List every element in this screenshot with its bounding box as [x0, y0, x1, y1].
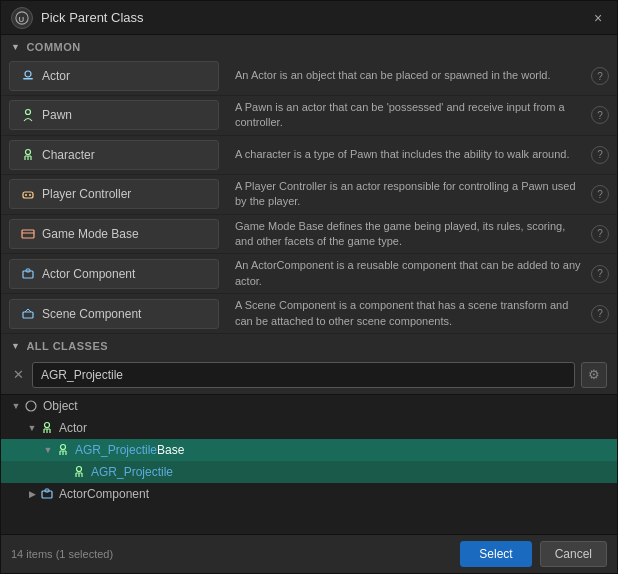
svg-point-15	[26, 401, 36, 411]
actor-help-icon[interactable]: ?	[591, 67, 609, 85]
actor-button[interactable]: Actor	[9, 61, 219, 91]
highlight-agr-projectile-2: AGR_Projectile	[91, 465, 173, 479]
scene-component-icon	[20, 306, 36, 322]
actor-component-icon	[20, 266, 36, 282]
pawn-button[interactable]: Pawn	[9, 100, 219, 130]
svg-point-5	[26, 149, 31, 154]
player-controller-description: A Player Controller is an actor responsi…	[227, 175, 591, 214]
class-tree[interactable]: ▼ Object ▼ Actor ▼	[1, 394, 617, 534]
list-item: Actor Component An ActorComponent is a r…	[1, 254, 617, 294]
actor-description: An Actor is an object that can be placed…	[227, 64, 591, 87]
game-mode-base-icon	[20, 226, 36, 242]
agr-projectile-base-icon	[55, 442, 71, 458]
pawn-description: A Pawn is an actor that can be 'possesse…	[227, 96, 591, 135]
scene-component-help-icon[interactable]: ?	[591, 305, 609, 323]
pawn-help-icon[interactable]: ?	[591, 106, 609, 124]
game-mode-base-button[interactable]: Game Mode Base	[9, 219, 219, 249]
svg-rect-6	[23, 192, 33, 198]
all-classes-section-label: ALL CLASSES	[26, 340, 108, 352]
common-section-header: ▼ COMMON	[1, 35, 617, 57]
all-classes-section-header: ▼ ALL CLASSES	[1, 334, 617, 356]
scene-component-label: Scene Component	[42, 307, 141, 321]
actor-component-help-icon[interactable]: ?	[591, 265, 609, 283]
character-label: Character	[42, 148, 95, 162]
svg-rect-10	[22, 230, 34, 238]
pawn-label: Pawn	[42, 108, 72, 122]
character-description: A character is a type of Pawn that inclu…	[227, 143, 591, 166]
search-row: ✕ ⚙	[1, 356, 617, 394]
svg-rect-3	[23, 78, 33, 80]
tree-arrow-actor-component: ▶	[25, 489, 39, 499]
search-settings-button[interactable]: ⚙	[581, 362, 607, 388]
list-item: Pawn A Pawn is an actor that can be 'pos…	[1, 96, 617, 136]
svg-point-2	[25, 71, 31, 77]
actor-component-button[interactable]: Actor Component	[9, 259, 219, 289]
rest-base: Base	[157, 443, 184, 457]
title-bar: U Pick Parent Class ×	[1, 1, 617, 35]
tree-label-actor-component: ActorComponent	[59, 487, 149, 501]
player-controller-label: Player Controller	[42, 187, 131, 201]
game-mode-base-description: Game Mode Base defines the game being pl…	[227, 215, 591, 254]
all-classes-section: ▼ ALL CLASSES ✕ ⚙ ▼ Object	[1, 334, 617, 534]
actor-icon	[20, 68, 36, 84]
list-item: Scene Component A Scene Component is a c…	[1, 294, 617, 334]
status-text: 14 items (1 selected)	[11, 548, 113, 560]
tree-label-agr-projectile-base: AGR_ProjectileBase	[75, 443, 184, 457]
tree-item-agr-projectile-base[interactable]: ▼ AGR_ProjectileBase	[1, 439, 617, 461]
select-button[interactable]: Select	[460, 541, 531, 567]
character-icon	[20, 147, 36, 163]
tree-item-actor-component[interactable]: ▶ ActorComponent	[1, 483, 617, 505]
status-bar: 14 items (1 selected) Select Cancel	[1, 534, 617, 573]
svg-point-16	[45, 422, 50, 427]
actor-component-description: An ActorComponent is a reusable componen…	[227, 254, 591, 293]
tree-item-object[interactable]: ▼ Object	[1, 395, 617, 417]
object-icon	[23, 398, 39, 414]
character-help-icon[interactable]: ?	[591, 146, 609, 164]
character-button[interactable]: Character	[9, 140, 219, 170]
cancel-button[interactable]: Cancel	[540, 541, 607, 567]
list-item: Character A character is a type of Pawn …	[1, 136, 617, 175]
all-classes-section-arrow: ▼	[11, 341, 20, 351]
player-controller-button[interactable]: Player Controller	[9, 179, 219, 209]
list-item: Actor An Actor is an object that can be …	[1, 57, 617, 96]
pick-parent-class-dialog: U Pick Parent Class × ▼ COMMON Actor	[0, 0, 618, 574]
close-button[interactable]: ×	[589, 9, 607, 27]
common-class-list: Actor An Actor is an object that can be …	[1, 57, 617, 334]
search-clear-button[interactable]: ✕	[11, 365, 26, 384]
actor-tree-icon	[39, 420, 55, 436]
tree-label-agr-projectile: AGR_Projectile	[91, 465, 173, 479]
scene-component-button[interactable]: Scene Component	[9, 299, 219, 329]
svg-rect-14	[23, 312, 33, 318]
tree-arrow-object: ▼	[9, 401, 23, 411]
svg-point-9	[29, 194, 31, 196]
action-buttons: Select Cancel	[460, 541, 607, 567]
pawn-icon	[20, 107, 36, 123]
dialog-content: ▼ COMMON Actor An Actor is an object tha…	[1, 35, 617, 534]
agr-projectile-icon	[71, 464, 87, 480]
tree-arrow-agr-base: ▼	[41, 445, 55, 455]
game-mode-base-help-icon[interactable]: ?	[591, 225, 609, 243]
tree-item-agr-projectile[interactable]: AGR_Projectile	[1, 461, 617, 483]
dialog-title: Pick Parent Class	[41, 10, 144, 25]
title-bar-left: U Pick Parent Class	[11, 7, 144, 29]
tree-arrow-actor: ▼	[25, 423, 39, 433]
svg-point-17	[61, 444, 66, 449]
search-input[interactable]	[32, 362, 575, 388]
tree-label-actor: Actor	[59, 421, 87, 435]
actor-label: Actor	[42, 69, 70, 83]
game-mode-base-label: Game Mode Base	[42, 227, 139, 241]
highlight-agr-projectile: AGR_Projectile	[75, 443, 157, 457]
svg-point-4	[26, 110, 31, 115]
svg-text:U: U	[19, 14, 25, 23]
tree-label-object: Object	[43, 399, 78, 413]
player-controller-icon	[20, 186, 36, 202]
scene-component-description: A Scene Component is a component that ha…	[227, 294, 591, 333]
player-controller-help-icon[interactable]: ?	[591, 185, 609, 203]
actor-component-tree-icon	[39, 486, 55, 502]
list-item: Game Mode Base Game Mode Base defines th…	[1, 215, 617, 255]
common-section-label: COMMON	[26, 41, 80, 53]
svg-point-18	[77, 466, 82, 471]
ue-logo-icon: U	[11, 7, 33, 29]
list-item: Player Controller A Player Controller is…	[1, 175, 617, 215]
tree-item-actor[interactable]: ▼ Actor	[1, 417, 617, 439]
